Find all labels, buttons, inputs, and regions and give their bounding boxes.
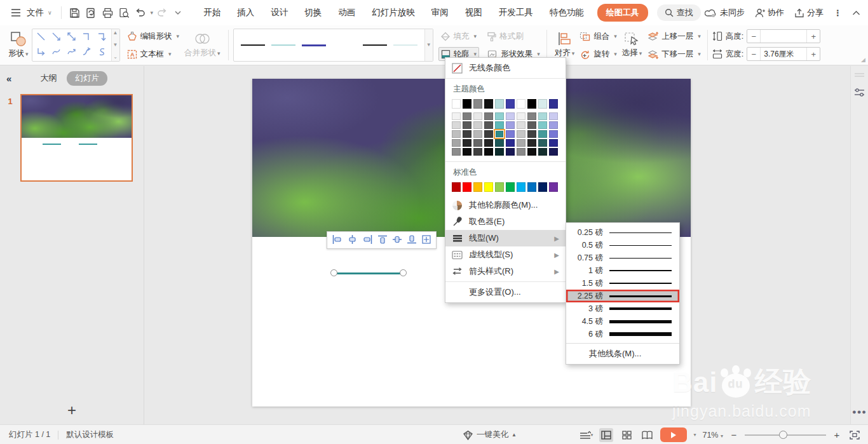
bring-forward-button[interactable]: 上移一层▾ bbox=[645, 29, 703, 43]
line-body[interactable] bbox=[336, 272, 402, 274]
height-increment[interactable]: + bbox=[807, 32, 820, 41]
shapes-button[interactable]: 形状▾ bbox=[5, 31, 32, 59]
beautify-button[interactable]: 一键美化 ▲ bbox=[463, 425, 517, 444]
theme-tint-swatch[interactable] bbox=[538, 148, 547, 156]
shape-line-icon[interactable] bbox=[36, 32, 46, 43]
menu-tab[interactable]: 幻灯片放映 bbox=[363, 0, 423, 25]
align-middle-icon[interactable] bbox=[392, 234, 402, 246]
theme-tint-swatch[interactable] bbox=[463, 148, 471, 156]
theme-color-swatch[interactable] bbox=[549, 99, 558, 109]
menu-item-other-lines[interactable]: 其他线条(M)... bbox=[566, 343, 679, 362]
theme-tint-swatch[interactable] bbox=[452, 139, 461, 147]
theme-color-swatch[interactable] bbox=[452, 99, 461, 109]
shape-elbow-arrow-icon[interactable] bbox=[97, 32, 107, 43]
tab-outline[interactable]: 大纲 bbox=[40, 72, 57, 84]
shape-curve-icon[interactable] bbox=[51, 47, 61, 58]
standard-color-swatch[interactable] bbox=[527, 182, 536, 192]
line-style-sample[interactable] bbox=[329, 29, 360, 61]
slideshow-play-button[interactable] bbox=[660, 427, 687, 442]
theme-tint-swatch[interactable] bbox=[473, 121, 482, 129]
theme-tint-swatch[interactable] bbox=[495, 112, 504, 120]
standard-color-swatch[interactable] bbox=[517, 182, 526, 192]
menu-tab[interactable]: 审阅 bbox=[423, 0, 457, 25]
theme-tint-swatch[interactable] bbox=[473, 148, 482, 156]
line-style-sample[interactable] bbox=[390, 29, 421, 61]
theme-tint-swatch[interactable] bbox=[549, 139, 558, 147]
theme-tint-swatch[interactable] bbox=[473, 139, 482, 147]
theme-tint-swatch[interactable] bbox=[549, 148, 558, 156]
height-decrement[interactable]: − bbox=[747, 32, 760, 41]
theme-tint-swatch[interactable] bbox=[484, 148, 493, 156]
collaborate-button[interactable]: 协作 bbox=[755, 7, 784, 18]
theme-color-swatch[interactable] bbox=[506, 99, 515, 109]
rail-grip-icon[interactable] bbox=[854, 70, 865, 79]
edit-shape-button[interactable]: 编辑形状▾ bbox=[125, 29, 182, 43]
shape-bent-arrow-icon[interactable] bbox=[36, 47, 46, 58]
theme-tint-swatch[interactable] bbox=[527, 139, 536, 147]
theme-color-swatch[interactable] bbox=[495, 99, 504, 109]
selected-line-shape[interactable] bbox=[330, 267, 407, 279]
theme-tint-swatch[interactable] bbox=[463, 121, 471, 129]
width-decrement[interactable]: − bbox=[747, 50, 760, 59]
line-endpoint-handle[interactable] bbox=[400, 269, 407, 276]
play-dropdown-icon[interactable]: ▾ bbox=[693, 432, 696, 438]
zoom-slider-knob[interactable] bbox=[779, 431, 787, 439]
theme-tint-swatch[interactable] bbox=[452, 130, 461, 138]
menu-tab[interactable]: 开始 bbox=[195, 0, 229, 25]
menu-item-more-outline-colors[interactable]: 其他轮廓颜色(M)... bbox=[445, 197, 566, 213]
shape-s-curve-icon[interactable] bbox=[97, 47, 107, 58]
distribute-icon[interactable] bbox=[421, 234, 431, 246]
align-center-icon[interactable] bbox=[347, 234, 358, 246]
height-stepper[interactable]: − + bbox=[747, 29, 820, 43]
theme-tint-swatch[interactable] bbox=[495, 148, 504, 156]
shape-arrow-icon[interactable] bbox=[51, 32, 61, 43]
menu-item-no-line[interactable]: 无线条颜色 bbox=[445, 60, 566, 76]
theme-tint-swatch[interactable] bbox=[463, 112, 471, 120]
align-right-icon[interactable] bbox=[362, 234, 373, 246]
standard-color-swatch[interactable] bbox=[484, 182, 493, 192]
theme-tint-swatch[interactable] bbox=[452, 148, 461, 156]
standard-color-swatch[interactable] bbox=[538, 182, 547, 192]
line-weight-option[interactable]: 1 磅 bbox=[566, 264, 679, 277]
standard-color-swatch[interactable] bbox=[495, 182, 504, 192]
menu-item-dash-style[interactable]: 虚线线型(S) ▶ bbox=[445, 246, 566, 263]
select-button[interactable]: 选择▾ bbox=[619, 32, 646, 58]
sync-status[interactable]: 未同步 bbox=[705, 7, 745, 18]
standard-color-swatch[interactable] bbox=[452, 182, 461, 192]
send-backward-button[interactable]: 下移一层▾ bbox=[645, 47, 703, 61]
reading-view-button[interactable] bbox=[640, 428, 654, 442]
theme-tint-swatch[interactable] bbox=[452, 112, 461, 120]
theme-color-swatch[interactable] bbox=[484, 99, 493, 109]
line-weight-option[interactable]: 1.5 磅 bbox=[566, 277, 679, 290]
line-style-sample[interactable] bbox=[360, 29, 390, 61]
export-button[interactable] bbox=[83, 4, 100, 21]
theme-tint-swatch[interactable] bbox=[506, 148, 515, 156]
shape-s-curve-arrow-icon[interactable] bbox=[82, 47, 92, 58]
menu-tab[interactable]: 设计 bbox=[262, 0, 296, 25]
line-weight-option[interactable]: 0.75 磅 bbox=[566, 252, 679, 264]
theme-tint-swatch[interactable] bbox=[473, 112, 482, 120]
theme-tint-swatch[interactable] bbox=[517, 130, 526, 138]
width-value[interactable]: 3.76厘米 bbox=[760, 48, 807, 60]
theme-color-swatch[interactable] bbox=[463, 99, 471, 109]
slide-thumbnail[interactable] bbox=[20, 94, 133, 182]
theme-tint-swatch[interactable] bbox=[495, 139, 504, 147]
theme-color-swatch[interactable] bbox=[517, 99, 526, 109]
menu-item-more-settings[interactable]: 更多设置(O)... bbox=[445, 284, 566, 300]
theme-tint-swatch[interactable] bbox=[506, 112, 515, 120]
menu-tab[interactable]: 插入 bbox=[229, 0, 262, 25]
theme-tint-swatch[interactable] bbox=[463, 139, 471, 147]
theme-tint-swatch[interactable] bbox=[538, 130, 547, 138]
menu-tab[interactable]: 特色功能 bbox=[541, 0, 592, 25]
rail-more-icon[interactable]: ●●● bbox=[851, 408, 868, 415]
theme-tint-swatch[interactable] bbox=[517, 139, 526, 147]
align-top-icon[interactable] bbox=[377, 234, 388, 246]
shape-elbow-icon[interactable] bbox=[82, 32, 92, 43]
search-button[interactable]: 查找 bbox=[657, 4, 701, 21]
collapse-ribbon-icon[interactable] bbox=[852, 8, 860, 18]
standard-color-swatch[interactable] bbox=[549, 182, 558, 192]
width-increment[interactable]: + bbox=[807, 50, 820, 59]
menu-tab[interactable]: 开发工具 bbox=[491, 0, 541, 25]
fit-slide-button[interactable] bbox=[848, 428, 862, 442]
template-name[interactable]: 默认设计模板 bbox=[66, 429, 114, 440]
